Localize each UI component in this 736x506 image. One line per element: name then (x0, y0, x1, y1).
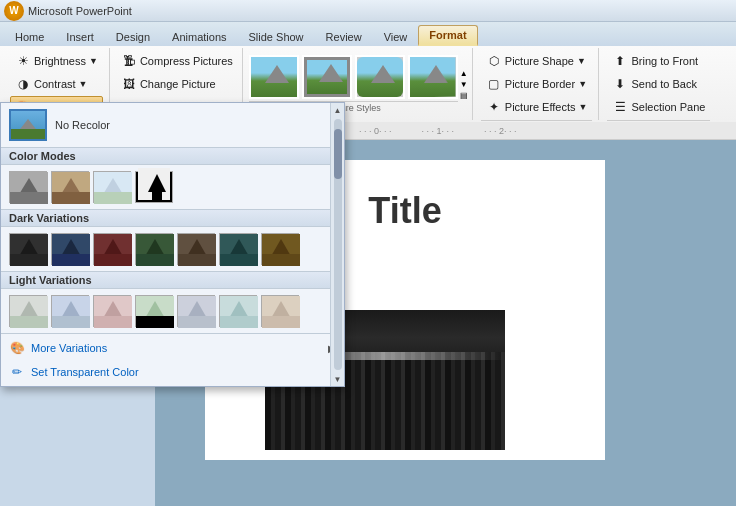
change-picture-icon: 🖼 (121, 76, 137, 92)
swatch-dark-6[interactable] (219, 233, 257, 265)
style-scroll-up[interactable]: ▲ (460, 69, 468, 78)
swatch-dark-1[interactable] (9, 233, 47, 265)
set-transparent-item[interactable]: ✏ Set Transparent Color (1, 360, 344, 384)
office-logo: W (4, 1, 24, 21)
svg-rect-29 (178, 254, 216, 266)
style-thumb-1[interactable] (249, 55, 299, 99)
compress-icon: 🗜 (121, 53, 137, 69)
no-recolor-image (11, 111, 45, 139)
tab-review[interactable]: Review (315, 27, 373, 46)
no-recolor-section: No Recolor (1, 103, 344, 147)
tab-insert[interactable]: Insert (55, 27, 105, 46)
tab-design[interactable]: Design (105, 27, 161, 46)
svg-rect-20 (52, 254, 90, 266)
swatch-light-5[interactable] (177, 295, 215, 327)
picture-shape-icon: ⬡ (486, 53, 502, 69)
selection-icon: ☰ (612, 99, 628, 115)
tab-format[interactable]: Format (418, 25, 477, 46)
no-recolor-thumb[interactable] (9, 109, 47, 141)
swatch-light-7[interactable] (261, 295, 299, 327)
style-scroll-down[interactable]: ▼ (460, 80, 468, 89)
svg-rect-11 (94, 192, 132, 204)
app-title: Microsoft PowerPoint (28, 5, 132, 17)
more-variations-item[interactable]: 🎨 More Variations ▶ (1, 336, 344, 360)
svg-rect-56 (262, 316, 300, 328)
swatch-washout[interactable] (93, 171, 131, 203)
svg-rect-32 (220, 254, 258, 266)
scroll-thumb[interactable] (334, 129, 342, 179)
svg-rect-17 (10, 254, 48, 266)
swatch-sepia[interactable] (51, 171, 89, 203)
swatch-grayscale[interactable] (9, 171, 47, 203)
tab-view[interactable]: View (373, 27, 419, 46)
svg-rect-14 (152, 190, 162, 200)
svg-rect-5 (10, 192, 48, 204)
style-thumb-4[interactable] (408, 55, 458, 99)
send-to-back-button[interactable]: ⬇ Send to Back (607, 73, 710, 95)
title-bar: W Microsoft PowerPoint (0, 0, 736, 22)
swatch-dark-3[interactable] (93, 233, 131, 265)
color-modes-grid (1, 165, 344, 209)
svg-rect-41 (52, 316, 90, 328)
arrange-group: ⬆ Bring to Front ⬇ Send to Back ☰ Select… (601, 48, 716, 120)
brightness-icon: ☀ (15, 53, 31, 69)
selection-pane-button[interactable]: ☰ Selection Pane (607, 96, 710, 118)
color-modes-header: Color Modes (1, 147, 344, 165)
swatch-dark-7[interactable] (261, 233, 299, 265)
svg-rect-47 (136, 316, 174, 328)
svg-rect-8 (52, 192, 90, 204)
picture-effects-icon: ✦ (486, 99, 502, 115)
change-picture-button[interactable]: 🖼 Change Picture (116, 73, 238, 95)
light-variations-grid (1, 289, 344, 333)
dropdown-footer: 🎨 More Variations ▶ ✏ Set Transparent Co… (1, 333, 344, 386)
svg-rect-2 (11, 129, 45, 139)
compress-pictures-button[interactable]: 🗜 Compress Pictures (116, 50, 238, 72)
style-scroll-buttons: ▲ ▼ ▤ (460, 69, 468, 100)
swatch-dark-5[interactable] (177, 233, 215, 265)
swatch-light-4[interactable] (135, 295, 173, 327)
recolor-dropdown: No Recolor Color Modes (0, 102, 345, 387)
tab-animations[interactable]: Animations (161, 27, 237, 46)
ribbon-tabs: Home Insert Design Animations Slide Show… (0, 22, 736, 46)
dark-variations-header: Dark Variations (1, 209, 344, 227)
contrast-icon: ◑ (15, 76, 31, 92)
style-thumb-2[interactable] (302, 55, 352, 99)
svg-rect-44 (94, 316, 132, 328)
picture-format-group: ⬡ Picture Shape ▼ ▢ Picture Border ▼ ✦ P… (475, 48, 600, 120)
bring-front-icon: ⬆ (612, 53, 628, 69)
tab-home[interactable]: Home (4, 27, 55, 46)
swatch-black[interactable] (135, 171, 173, 203)
swatch-light-2[interactable] (51, 295, 89, 327)
set-transparent-icon: ✏ (9, 364, 25, 380)
brightness-button[interactable]: ☀ Brightness ▼ (10, 50, 103, 72)
style-expand[interactable]: ▤ (460, 91, 468, 100)
swatch-dark-2[interactable] (51, 233, 89, 265)
svg-rect-50 (178, 316, 216, 328)
swatch-light-1[interactable] (9, 295, 47, 327)
picture-border-button[interactable]: ▢ Picture Border ▼ (481, 73, 593, 95)
more-variations-icon: 🎨 (9, 340, 25, 356)
scrollbar: ▲ ▼ (330, 103, 344, 386)
svg-rect-38 (10, 316, 48, 328)
scroll-down-button[interactable]: ▼ (331, 372, 345, 386)
svg-rect-23 (94, 254, 132, 266)
picture-shape-button[interactable]: ⬡ Picture Shape ▼ (481, 50, 593, 72)
style-thumb-3[interactable] (355, 55, 405, 99)
picture-effects-button[interactable]: ✦ Picture Effects ▼ (481, 96, 593, 118)
send-back-icon: ⬇ (612, 76, 628, 92)
swatch-light-3[interactable] (93, 295, 131, 327)
picture-border-icon: ▢ (486, 76, 502, 92)
scroll-up-button[interactable]: ▲ (331, 103, 345, 117)
bring-to-front-button[interactable]: ⬆ Bring to Front (607, 50, 710, 72)
swatch-dark-4[interactable] (135, 233, 173, 265)
svg-rect-26 (136, 254, 174, 266)
svg-rect-35 (262, 254, 300, 266)
scroll-track (334, 119, 342, 370)
dark-variations-grid (1, 227, 344, 271)
swatch-light-6[interactable] (219, 295, 257, 327)
light-variations-header: Light Variations (1, 271, 344, 289)
contrast-button[interactable]: ◑ Contrast ▼ (10, 73, 103, 95)
svg-rect-53 (220, 316, 258, 328)
tab-slideshow[interactable]: Slide Show (238, 27, 315, 46)
